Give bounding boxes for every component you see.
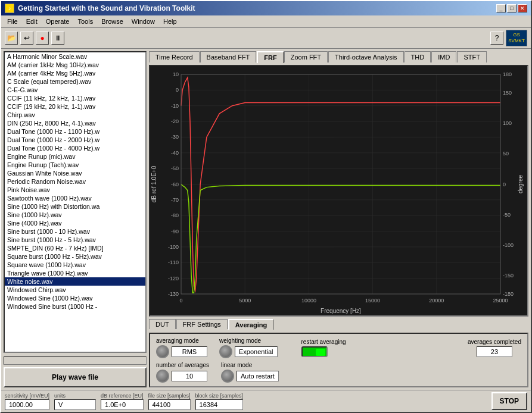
list-item[interactable]: Windowed Sine burst (1000 Hz - — [5, 302, 145, 311]
list-item[interactable]: Square burst (1000 Hz - 5Hz).wav — [5, 252, 145, 261]
menu-window[interactable]: Window — [128, 17, 158, 26]
file-size-label: file size [samples] — [148, 393, 191, 399]
tab-time-record[interactable]: Time Record — [149, 51, 200, 62]
sensitivity-value[interactable]: 1000.00 — [5, 399, 49, 410]
list-item[interactable]: Triangle wave (1000 Hz).wav — [5, 269, 145, 277]
block-size-value[interactable]: 16384 — [195, 399, 244, 410]
list-item[interactable]: Sine burst (1000 Hz - 5 Hz).wav — [5, 236, 145, 244]
menu-edit[interactable]: Edit — [23, 17, 41, 26]
toolbar-right: ? GSSVMKT — [490, 30, 527, 46]
list-item-selected[interactable]: White noise.wav — [5, 277, 145, 286]
list-item[interactable]: AM (carrier 4kHz Msg 5Hz).wav — [5, 69, 145, 77]
db-reference-value[interactable]: 1.0E+0 — [101, 399, 144, 410]
list-item[interactable]: Periodic Random Noise.wav — [5, 177, 145, 186]
averaging-mode-knob[interactable] — [156, 345, 169, 358]
list-item[interactable]: Windowed Sine (1000 Hz).wav — [5, 294, 145, 302]
right-panel: Time Record Baseband FFT FRF Zoom FFT Th… — [149, 51, 528, 387]
tab-third-octave[interactable]: Third-octave Analysis — [328, 51, 404, 62]
list-item[interactable]: Sine burst (1000 - 10 Hz).wav — [5, 227, 145, 236]
tab-imd[interactable]: IMD — [431, 51, 456, 62]
tab-zoom-fft[interactable]: Zoom FFT — [284, 51, 328, 62]
tab-dut[interactable]: DUT — [149, 319, 176, 329]
list-item[interactable]: SMPTE_DIN (60 Hz - 7 kHz) [IMD] — [5, 244, 145, 252]
file-size-field: file size [samples] 44100 — [148, 393, 191, 410]
main-tabs: Time Record Baseband FFT FRF Zoom FFT Th… — [149, 51, 528, 62]
list-item[interactable]: Sine (1000 Hz) with Distortion.wa — [5, 202, 145, 211]
list-item[interactable]: AM (carrier 1kHz Msg 10Hz).wav — [5, 61, 145, 69]
menu-tools[interactable]: Tools — [74, 17, 97, 26]
averaging-mode-value[interactable]: RMS — [172, 346, 207, 357]
menu-operate[interactable]: Operate — [42, 17, 73, 26]
list-item[interactable]: Engine Runup (mic).wav — [5, 152, 145, 161]
stop-button[interactable]: STOP — [491, 392, 527, 410]
weighting-mode-knob[interactable] — [219, 345, 232, 358]
num-averages-group: number of averages 10 — [156, 362, 209, 383]
list-item[interactable]: Chirp.wav — [5, 111, 145, 119]
num-averages-control: 10 — [156, 370, 209, 383]
weighting-mode-value[interactable]: Exponential — [235, 346, 278, 357]
list-item[interactable]: Sine (1000 Hz).wav — [5, 211, 145, 219]
maximize-button[interactable]: □ — [507, 4, 517, 12]
menu-file[interactable]: File — [4, 17, 21, 26]
title-bar: ♪ Getting Started with the Sound and Vib… — [1, 1, 531, 15]
averaging-mode-label: averaging mode — [156, 337, 207, 344]
weighting-mode-label: weighting mode — [219, 337, 278, 344]
chart-area — [149, 65, 528, 317]
averaging-row1: averaging mode RMS weighting mode Expone… — [156, 337, 521, 358]
horizontal-scrollbar[interactable] — [4, 356, 147, 365]
list-item[interactable]: Dual Tone (1000 Hz - 1100 Hz).w — [5, 127, 145, 136]
file-list[interactable]: A Harmonic Minor Scale.wav AM (carrier 1… — [4, 51, 147, 353]
restart-averaging-toggle[interactable] — [301, 346, 328, 357]
toolbar-pause-button[interactable]: ⏸ — [51, 32, 64, 45]
linear-mode-value[interactable]: Auto restart — [237, 371, 279, 381]
tab-frf-settings[interactable]: FRF Settings — [176, 319, 228, 329]
list-item[interactable]: Square wave (1000 Hz).wav — [5, 261, 145, 269]
units-field: units V — [54, 393, 96, 410]
list-item[interactable]: C-E-G.wav — [5, 86, 145, 94]
list-item[interactable]: C Scale (equal tempered).wav — [5, 77, 145, 86]
toolbar-help-button[interactable]: ? — [490, 32, 503, 45]
bottom-tabs: DUT FRF Settings Averaging — [149, 319, 528, 329]
tab-frf[interactable]: FRF — [257, 51, 283, 63]
toolbar-open-button[interactable]: 📂 — [5, 32, 18, 45]
list-item[interactable]: Windowed Chirp.wav — [5, 286, 145, 294]
list-item[interactable]: CCIF (11 kHz, 12 kHz, 1-1).wav — [5, 94, 145, 102]
file-size-value[interactable]: 44100 — [148, 399, 191, 410]
list-item[interactable]: DIN (250 Hz, 8000 Hz, 4-1).wav — [5, 119, 145, 127]
weighting-mode-control: Exponential — [219, 345, 278, 358]
units-value[interactable]: V — [54, 399, 96, 410]
list-item[interactable]: Dual Tone (1000 Hz - 4000 Hz).w — [5, 144, 145, 152]
list-item[interactable]: Sawtooth wave (1000 Hz).wav — [5, 194, 145, 202]
list-item[interactable]: Gaussian White Noise.wav — [5, 169, 145, 177]
tab-baseband-fft[interactable]: Baseband FFT — [200, 51, 257, 62]
list-item[interactable]: Engine Runup (Tach).wav — [5, 161, 145, 169]
list-item[interactable]: CCIF (19 kHz, 20 kHz, 1-1).wav — [5, 102, 145, 111]
toolbar-undo-button[interactable]: ↩ — [20, 32, 33, 45]
units-label: units — [54, 393, 96, 399]
tab-stft[interactable]: STFT — [457, 51, 487, 62]
averaging-panel: averaging mode RMS weighting mode Expone… — [149, 333, 528, 387]
weighting-mode-group: weighting mode Exponential — [219, 337, 278, 358]
play-wave-button[interactable]: Play wave file — [4, 367, 147, 387]
db-reference-field: dB reference [EU] 1.0E+0 — [101, 393, 144, 410]
menu-bar: File Edit Operate Tools Browse Window He… — [1, 15, 531, 28]
main-window: ♪ Getting Started with the Sound and Vib… — [0, 0, 532, 413]
toolbar-record-button[interactable]: ● — [36, 32, 49, 45]
menu-help[interactable]: Help — [160, 17, 181, 26]
num-averages-value[interactable]: 10 — [172, 371, 207, 381]
tab-averaging[interactable]: Averaging — [228, 319, 273, 330]
tab-thd[interactable]: THD — [405, 51, 431, 62]
list-item[interactable]: Pink Noise.wav — [5, 186, 145, 194]
menu-browse[interactable]: Browse — [98, 17, 127, 26]
linear-mode-control: Auto restart — [221, 370, 279, 383]
linear-mode-knob[interactable] — [221, 370, 234, 383]
main-content: A Harmonic Minor Scale.wav AM (carrier 1… — [1, 49, 531, 390]
list-item[interactable]: A Harmonic Minor Scale.wav — [5, 52, 145, 61]
list-item[interactable]: Dual Tone (1000 Hz - 2000 Hz).w — [5, 136, 145, 144]
close-button[interactable]: ✕ — [518, 4, 527, 12]
block-size-label: block size [samples] — [195, 393, 244, 399]
minimize-button[interactable]: _ — [496, 4, 506, 12]
list-item[interactable]: Sine (4000 Hz).wav — [5, 219, 145, 227]
num-averages-knob[interactable] — [156, 370, 169, 383]
averages-completed-group: averages completed 23 — [468, 339, 521, 357]
